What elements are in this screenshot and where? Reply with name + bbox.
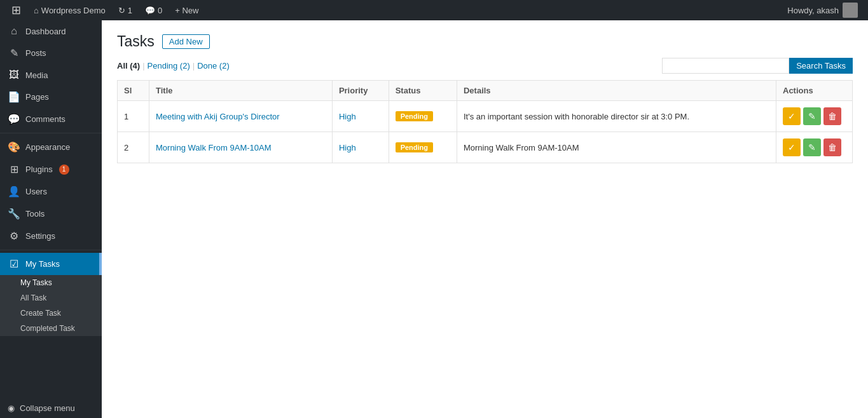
adminbar-site[interactable]: ⌂ Wordpress Demo [27,0,112,20]
cell-title: Meeting with Akij Group's Director [149,101,333,132]
cell-sl: 2 [118,132,149,163]
sidebar-item-comments[interactable]: 💬 Comments [0,108,102,130]
sidebar-item-pages[interactable]: 📄 Pages [0,86,102,108]
sidebar-item-media[interactable]: 🖼 Media [0,64,102,86]
status-badge: Pending [396,111,433,121]
delete-task-button[interactable]: 🗑 [823,138,841,156]
col-header-sl: Sl [118,81,149,101]
sidebar-item-label: My Tasks [25,259,60,269]
sidebar-item-my-tasks[interactable]: ☑ My Tasks [0,253,102,275]
main-content: Tasks Add New All (4) | Pending (2) | Do… [102,20,868,418]
cell-priority: High [332,101,389,132]
updates-icon: ↻ [118,6,125,15]
comments-icon: 💬 [145,6,155,15]
edit-task-button[interactable]: ✎ [803,107,821,125]
howdy-text: Howdy, akash [787,6,839,15]
cell-details: Morning Walk From 9AM-10AM [457,132,776,163]
edit-task-button[interactable]: ✎ [803,138,821,156]
cell-title: Morning Walk From 9AM-10AM [149,132,333,163]
filter-pending-count: (2) [180,61,190,71]
cell-actions: ✓ ✎ 🗑 [776,132,853,163]
collapse-label: Collapse menu [20,403,75,413]
comments-count: 0 [158,6,162,15]
collapse-menu[interactable]: ◉ Collapse menu [0,398,102,418]
sidebar-item-label: Media [25,71,48,80]
table-row: 2 Morning Walk From 9AM-10AM High Pendin… [118,132,853,163]
avatar [843,3,858,18]
submenu-item-my-tasks[interactable]: My Tasks [0,275,102,290]
filter-done-count: (2) [219,61,230,71]
filters-row: All (4) | Pending (2) | Done (2) Search … [117,58,853,74]
submenu-item-completed-task[interactable]: Completed Task [0,321,102,336]
cell-sl: 1 [118,101,149,132]
admin-bar: ⊞ ⌂ Wordpress Demo ↻ 1 💬 0 + New Howdy, … [0,0,868,20]
search-tasks-button[interactable]: Search Tasks [789,58,853,74]
filter-sep-2: | [193,61,195,71]
cell-status: Pending [389,101,457,132]
adminbar-updates[interactable]: ↻ 1 [112,0,139,20]
sidebar-item-label: Plugins [25,165,53,174]
collapse-icon: ◉ [8,403,15,413]
users-icon: 👤 [8,185,20,198]
sidebar-item-dashboard[interactable]: ⌂ Dashboard [0,20,102,42]
search-input[interactable] [662,58,789,74]
plugins-icon: ⊞ [8,163,20,175]
sidebar-item-label: Posts [25,48,46,58]
complete-task-button[interactable]: ✓ [783,138,801,156]
wp-logo-icon: ⊞ [11,3,21,17]
updates-count: 1 [128,6,132,15]
sidebar-divider-2 [0,250,102,250]
adminbar-logo[interactable]: ⊞ [5,0,27,20]
add-new-button[interactable]: Add New [162,34,210,49]
submenu-item-create-task[interactable]: Create Task [0,306,102,321]
sidebar-item-users[interactable]: 👤 Users [0,180,102,203]
media-icon: 🖼 [8,69,20,81]
filter-all[interactable]: All (4) [117,61,140,71]
status-badge: Pending [396,142,433,152]
col-header-details: Details [457,81,776,101]
pages-icon: 📄 [8,91,20,103]
sidebar-item-label: Pages [25,92,49,102]
delete-task-button[interactable]: 🗑 [823,107,841,125]
sidebar-item-label: Settings [25,231,55,241]
filter-sep-1: | [142,61,144,71]
sidebar: ⌂ Dashboard ✎ Posts 🖼 Media 📄 Pages 💬 Co… [0,20,102,418]
adminbar-new[interactable]: + New [169,0,205,20]
table-header-row: Sl Title Priority Status Details Actions [118,81,853,101]
col-header-status: Status [389,81,457,101]
search-area: Search Tasks [662,58,853,74]
sidebar-item-appearance[interactable]: 🎨 Appearance [0,136,102,158]
complete-task-button[interactable]: ✓ [783,107,801,125]
posts-icon: ✎ [8,47,20,59]
cell-priority: High [332,132,389,163]
sidebar-item-settings[interactable]: ⚙ Settings [0,225,102,247]
adminbar-comments[interactable]: 💬 0 [139,0,169,20]
adminbar-howdy[interactable]: Howdy, akash [782,3,863,18]
filter-all-count: (4) [130,61,140,71]
adminbar-right: Howdy, akash [782,3,863,18]
site-name: Wordpress Demo [41,6,106,15]
sidebar-item-tools[interactable]: 🔧 Tools [0,203,102,225]
new-label: + New [175,6,198,15]
filter-done[interactable]: Done (2) [197,61,230,71]
table-row: 1 Meeting with Akij Group's Director Hig… [118,101,853,132]
submenu-item-all-task[interactable]: All Task [0,290,102,306]
sidebar-item-label: Users [25,187,47,196]
page-title: Tasks [117,33,155,50]
plugins-badge: 1 [59,165,69,175]
settings-icon: ⚙ [8,230,20,242]
sidebar-item-plugins[interactable]: ⊞ Plugins 1 [0,158,102,180]
sidebar-divider [0,133,102,133]
my-tasks-icon: ☑ [8,258,20,270]
col-header-actions: Actions [776,81,853,101]
filter-pending[interactable]: Pending (2) [148,61,190,71]
sidebar-item-posts[interactable]: ✎ Posts [0,42,102,64]
my-tasks-submenu: My Tasks All Task Create Task Completed … [0,275,102,336]
cell-details: It's an important session with honorable… [457,101,776,132]
sidebar-item-label: Comments [25,114,65,124]
col-header-priority: Priority [332,81,389,101]
sidebar-item-label: Tools [25,209,45,219]
cell-status: Pending [389,132,457,163]
cell-actions: ✓ ✎ 🗑 [776,101,853,132]
sidebar-item-label: Appearance [25,142,70,152]
